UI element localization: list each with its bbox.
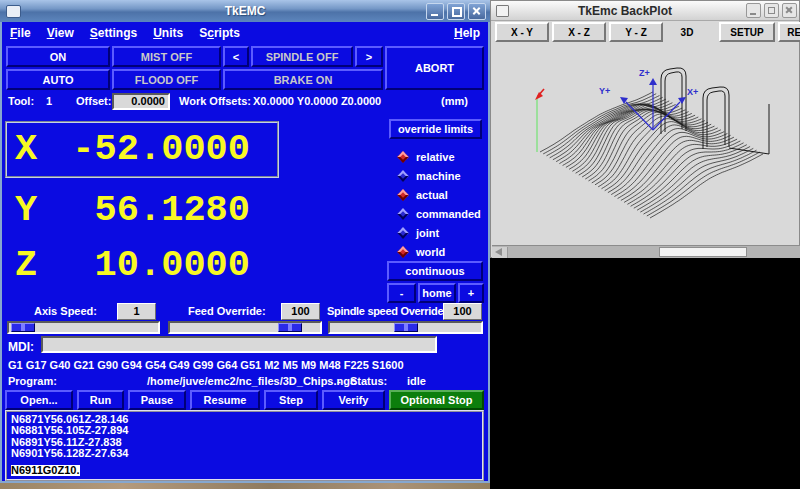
minimize-button[interactable] [426,3,444,20]
title-bar[interactable]: TkEMC [0,0,490,22]
menu-help[interactable]: Help [454,26,480,40]
spindle-override-slider-handle[interactable] [394,323,418,332]
radio-actual[interactable]: actual [399,187,448,203]
units-label: (mm) [441,95,468,107]
home-button[interactable]: home [418,283,456,303]
feed-override-label: Feed Override: [188,305,266,317]
backplot-maximize-button[interactable] [764,3,779,18]
feed-override-slider[interactable] [168,321,322,334]
spindle-override-slider[interactable] [328,321,483,334]
run-button[interactable]: Run [77,390,124,410]
radio-world[interactable]: world [399,244,445,260]
tkemc-window: TkEMC File View Settings Units Scripts H… [0,0,490,483]
mdi-input[interactable] [41,336,437,353]
backplot-minimize-button[interactable] [746,3,761,18]
open-button[interactable]: Open... [5,390,73,410]
offset-label: Offset: [76,95,111,107]
radio-diamond-icon [397,170,408,181]
program-label: Program: [8,375,57,387]
work-offsets-value: X0.0000 Y0.0000 Z0.0000 [253,95,381,107]
radio-diamond-icon [397,151,408,162]
radio-commanded[interactable]: commanded [399,206,481,222]
menu-units[interactable]: Units [153,26,183,40]
spindle-override-value: 100 [443,303,482,320]
abort-button[interactable]: ABORT [385,46,484,90]
maximize-button[interactable] [447,3,465,20]
view-xy-button[interactable]: X - Y [495,22,549,42]
radio-diamond-icon [397,246,408,257]
spindle-decrease-button[interactable]: < [223,46,249,67]
jog-plus-button[interactable]: + [458,283,484,303]
backplot-window: TkEmc BackPlot X - Y X - Z Y - Z 3D SETU… [490,0,800,258]
machine-on-button[interactable]: ON [6,46,110,67]
axis-z-letter: Z [15,244,37,286]
optional-stop-button[interactable]: Optional Stop [389,390,484,410]
radio-machine[interactable]: machine [399,168,461,184]
minimize-icon [750,13,756,15]
flood-button[interactable]: FLOOD OFF [112,69,221,90]
override-limits-button[interactable]: override limits [389,119,482,139]
scroll-left-button[interactable] [492,247,508,258]
axis-z-display[interactable]: Z 10.0000 [5,241,250,289]
backplot-title-bar[interactable]: TkEmc BackPlot [491,1,799,21]
menu-bar: File View Settings Units Scripts Help [2,23,488,43]
mist-button[interactable]: MIST OFF [112,46,221,67]
axis-x-display[interactable]: X -52.0000 [5,124,250,174]
jog-minus-button[interactable]: - [387,283,416,303]
spindle-override-label: Spindle speed Override: [327,305,447,317]
verify-button[interactable]: Verify [322,390,385,410]
close-button[interactable] [468,3,486,20]
view-xz-button[interactable]: X - Z [552,22,606,42]
feed-override-slider-handle[interactable] [278,323,302,332]
minimize-icon [431,14,438,16]
view-3d-button[interactable]: 3D [673,22,701,42]
radio-relative[interactable]: relative [399,149,455,165]
window-title: TkEMC [0,4,490,18]
backplot-close-button[interactable] [782,3,797,18]
scroll-left-icon [495,248,502,256]
radio-diamond-icon [397,227,408,238]
maximize-icon [452,7,462,17]
y-axis-label: Y+ [599,86,610,96]
menu-scripts[interactable]: Scripts [199,26,240,40]
spindle-button[interactable]: SPINDLE OFF [251,46,353,67]
program-line: N6931M9 [11,478,482,481]
pause-button[interactable]: Pause [128,390,186,410]
reset-button[interactable]: RESET [778,22,800,42]
radio-diamond-icon [397,208,408,219]
program-line: N6901Y56.128Z-27.634 [11,448,482,459]
radio-joint[interactable]: joint [399,225,439,241]
status-label: Status: [350,375,387,387]
z-axis-label: Z+ [639,68,650,78]
radio-diamond-icon [397,189,408,200]
mdi-label: MDI: [8,340,34,354]
backplot-horizontal-scrollbar[interactable] [492,245,800,258]
tool-value: 1 [46,95,52,107]
scrollbar-thumb[interactable] [659,247,747,257]
menu-view[interactable]: View [47,26,74,40]
brake-button[interactable]: BRAKE ON [223,69,383,90]
axis-y-letter: Y [15,189,37,231]
axis-speed-slider[interactable] [7,321,160,334]
resume-button[interactable]: Resume [190,390,260,410]
status-value: idle [407,375,426,387]
axis-z-value: 10.0000 [95,244,250,286]
setup-button[interactable]: SETUP [719,22,775,42]
axis-y-value: 56.1280 [95,189,250,231]
axis-speed-slider-handle[interactable] [11,323,35,332]
program-listing[interactable]: N6871Y56.061Z-28.146 N6881Y56.105Z-27.89… [5,410,484,481]
axis-speed-value: 1 [117,303,156,320]
program-dash: - [337,375,341,387]
menu-file[interactable]: File [10,26,31,40]
offset-input[interactable]: 0.0000 [112,93,170,110]
spindle-increase-button[interactable]: > [355,46,383,67]
mode-auto-button[interactable]: AUTO [6,69,110,90]
step-button[interactable]: Step [264,390,318,410]
menu-settings[interactable]: Settings [90,26,137,40]
backplot-window-title: TkEmc BackPlot [491,4,759,18]
axis-x-value: -52.0000 [72,128,250,170]
view-yz-button[interactable]: Y - Z [609,22,663,42]
axis-y-display[interactable]: Y 56.1280 [5,186,250,234]
feed-override-value: 100 [281,303,320,320]
jog-mode-button[interactable]: continuous [387,261,483,281]
